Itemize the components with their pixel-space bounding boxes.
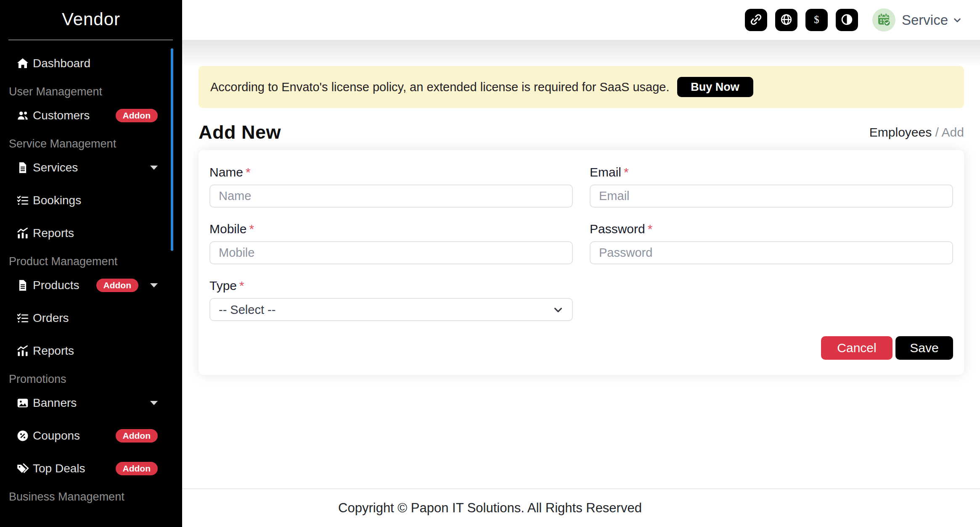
sidebar-item-label: Reports	[33, 344, 74, 358]
license-banner: According to Envato's license policy, an…	[199, 66, 964, 108]
sidebar-item-label: Top Deals	[33, 462, 85, 475]
required-asterisk: *	[648, 222, 653, 236]
label-text: Password	[590, 222, 645, 236]
label-text: Type	[209, 279, 237, 292]
sidebar-section-user-management: User Management	[0, 84, 182, 99]
brand-title: Vendor	[0, 0, 182, 29]
buy-now-button[interactable]: Buy Now	[677, 77, 753, 97]
link-button[interactable]	[745, 9, 767, 31]
sidebar-item-orders[interactable]: Orders	[0, 306, 182, 330]
sidebar-section-business-management: Business Management	[0, 490, 182, 504]
chevron-down-icon	[150, 166, 158, 170]
password-field-group: Password*	[590, 222, 953, 264]
form-column-left: Name* Mobile* Type*	[209, 165, 573, 335]
sidebar-item-label: Bookings	[33, 194, 81, 207]
header-shadow	[182, 40, 980, 68]
sidebar-item-banners[interactable]: Banners	[0, 391, 182, 415]
chart-icon	[16, 344, 30, 358]
sidebar-item-label: Dashboard	[33, 57, 90, 70]
sidebar-item-bookings[interactable]: Bookings	[0, 189, 182, 212]
sidebar-item-coupons[interactable]: Coupons Addon	[0, 424, 182, 448]
sidebar-item-reports-product[interactable]: Reports	[0, 339, 182, 363]
sidebar-scrollbar-thumb[interactable]	[171, 48, 173, 251]
sidebar-item-label: Orders	[33, 311, 69, 325]
main-area: $	[182, 0, 980, 527]
currency-button[interactable]: $	[805, 9, 828, 31]
sidebar-item-services[interactable]: Services	[0, 156, 182, 179]
sidebar-section-product-management: Product Management	[0, 254, 182, 269]
breadcrumb-separator: /	[935, 125, 939, 139]
password-label: Password*	[590, 222, 953, 236]
sidebar-item-dashboard[interactable]: Dashboard	[0, 52, 182, 75]
sidebar-section-promotions: Promotions	[0, 372, 182, 386]
sidebar-nav: Dashboard User Management Customers Addo…	[0, 40, 182, 504]
name-input[interactable]	[209, 184, 573, 208]
title-row: Add New Employees / Add	[199, 121, 964, 143]
sidebar-section-service-management: Service Management	[0, 137, 182, 151]
type-label: Type*	[209, 279, 573, 293]
license-banner-text: According to Envato's license policy, an…	[210, 80, 670, 94]
sidebar-item-customers[interactable]: Customers Addon	[0, 104, 182, 127]
breadcrumb: Employees / Add	[869, 125, 964, 140]
breadcrumb-current: Add	[942, 125, 964, 139]
cancel-button[interactable]: Cancel	[821, 336, 893, 360]
breadcrumb-employees-link[interactable]: Employees	[869, 125, 932, 139]
addon-badge: Addon	[116, 462, 158, 475]
name-label: Name*	[209, 165, 573, 179]
file-lines-icon	[16, 161, 30, 175]
sidebar-item-top-deals[interactable]: Top Deals Addon	[0, 457, 182, 480]
sidebar-item-label: Banners	[33, 396, 77, 410]
password-input[interactable]	[590, 241, 953, 264]
file-lines-icon	[16, 278, 30, 292]
mobile-input[interactable]	[209, 241, 573, 264]
contrast-icon	[840, 13, 853, 27]
required-asterisk: *	[624, 165, 629, 179]
footer-copyright: Copyright © Papon IT Solutions. All Righ…	[338, 501, 642, 516]
content: According to Envato's license policy, an…	[182, 66, 980, 375]
label-text: Name	[209, 165, 243, 179]
type-field-group: Type* -- Select --	[209, 279, 573, 321]
calendar-check-icon	[875, 11, 892, 29]
list-check-icon	[16, 193, 30, 208]
dollar-icon: $	[810, 13, 823, 27]
form-column-right: Email* Password*	[590, 165, 953, 335]
name-field-group: Name*	[209, 165, 573, 208]
chevron-down-icon[interactable]	[951, 14, 963, 26]
email-label: Email*	[590, 165, 953, 179]
form-grid: Name* Mobile* Type*	[209, 165, 953, 335]
type-select-wrap: -- Select --	[209, 298, 573, 321]
tags-icon	[16, 461, 30, 476]
list-check-icon	[16, 311, 30, 325]
profile-name[interactable]: Service	[902, 12, 948, 28]
email-field-group: Email*	[590, 165, 953, 208]
sidebar-item-label: Customers	[33, 109, 90, 122]
sidebar: Vendor Dashboard User Management Custome…	[0, 0, 182, 527]
addon-badge: Addon	[116, 429, 158, 443]
mobile-field-group: Mobile*	[209, 222, 573, 264]
email-input[interactable]	[590, 184, 953, 208]
language-button[interactable]	[775, 9, 797, 31]
save-button[interactable]: Save	[895, 336, 953, 360]
globe-icon	[780, 13, 793, 27]
required-asterisk: *	[239, 279, 244, 292]
addon-badge: Addon	[96, 279, 138, 292]
mobile-label: Mobile*	[209, 222, 573, 236]
svg-text:$: $	[814, 13, 819, 25]
form-actions: Cancel Save	[209, 336, 953, 366]
theme-toggle-button[interactable]	[836, 9, 858, 31]
page-title: Add New	[199, 121, 281, 143]
chevron-down-icon	[150, 401, 158, 405]
avatar[interactable]	[872, 8, 895, 32]
users-icon	[16, 108, 30, 123]
chart-icon	[16, 226, 30, 240]
label-text: Mobile	[209, 222, 246, 236]
type-select[interactable]: -- Select --	[209, 298, 573, 321]
sidebar-item-reports-service[interactable]: Reports	[0, 221, 182, 245]
sidebar-item-label: Reports	[33, 227, 74, 240]
sidebar-item-products[interactable]: Products Addon	[0, 274, 182, 297]
top-header: $	[182, 0, 980, 40]
addon-badge: Addon	[116, 109, 158, 122]
link-icon	[750, 13, 763, 27]
sidebar-item-label: Services	[33, 161, 78, 174]
label-text: Email	[590, 165, 621, 179]
